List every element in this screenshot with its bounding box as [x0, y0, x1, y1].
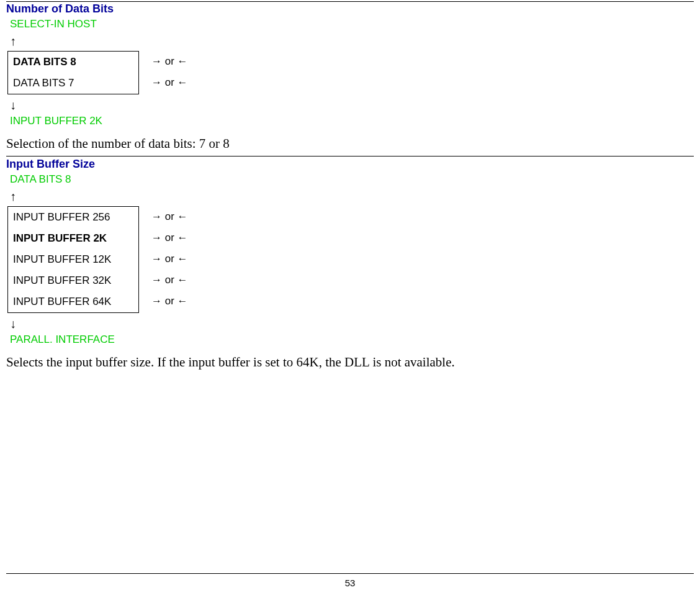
nav-arrows: → or ← — [151, 72, 188, 93]
menu-option: INPUT BUFFER 2K — [8, 228, 138, 249]
menu-option-label: DATA BITS 8 — [8, 56, 76, 68]
prev-menu-label: DATA BITS 8 — [10, 173, 694, 186]
next-menu-label: PARALL. INTERFACE — [10, 334, 694, 346]
menu-options-box: DATA BITS 8 DATA BITS 7 — [7, 51, 139, 94]
page-footer: 53 — [6, 573, 694, 590]
arrow-down-icon: ↓ — [10, 317, 694, 331]
divider — [6, 156, 694, 157]
menu-option: DATA BITS 7 — [8, 73, 138, 94]
divider — [6, 1, 694, 2]
menu-option-label: INPUT BUFFER 2K — [8, 232, 107, 245]
menu-option-label: INPUT BUFFER 256 — [8, 211, 110, 224]
menu-option: INPUT BUFFER 256 — [8, 207, 138, 228]
arrow-down-icon: ↓ — [10, 98, 694, 112]
menu-option-label: INPUT BUFFER 64K — [8, 296, 111, 308]
nav-arrows: → or ← — [151, 248, 188, 270]
body-text: Selection of the number of data bits: 7 … — [6, 136, 694, 152]
menu-block: DATA BITS 8 DATA BITS 7 → or ← → or ← — [7, 51, 694, 94]
nav-arrows: → or ← — [151, 227, 188, 248]
arrow-up-icon: ↑ — [10, 34, 694, 48]
menu-option: INPUT BUFFER 12K — [8, 249, 138, 270]
nav-arrows: → or ← — [151, 291, 188, 312]
menu-option: INPUT BUFFER 64K — [8, 291, 138, 312]
menu-option-label: DATA BITS 7 — [8, 77, 74, 89]
next-menu-label: INPUT BUFFER 2K — [10, 115, 694, 127]
page-number: 53 — [345, 578, 356, 588]
nav-arrows: → or ← — [151, 270, 188, 291]
menu-option-label: INPUT BUFFER 12K — [8, 253, 111, 266]
menu-option: INPUT BUFFER 32K — [8, 270, 138, 291]
menu-options-box: INPUT BUFFER 256 INPUT BUFFER 2K INPUT B… — [7, 206, 139, 313]
nav-arrows-column: → or ← → or ← → or ← → or ← → or ← — [151, 206, 188, 312]
menu-block: INPUT BUFFER 256 INPUT BUFFER 2K INPUT B… — [7, 206, 694, 313]
prev-menu-label: SELECT-IN HOST — [10, 18, 694, 30]
nav-arrows-column: → or ← → or ← — [151, 51, 188, 93]
menu-option-label: INPUT BUFFER 32K — [8, 275, 111, 287]
section-title: Input Buffer Size — [6, 158, 694, 171]
nav-arrows: → or ← — [151, 51, 188, 72]
nav-arrows: → or ← — [151, 206, 188, 227]
body-text: Selects the input buffer size. If the in… — [6, 355, 694, 370]
arrow-up-icon: ↑ — [10, 189, 694, 204]
menu-option: DATA BITS 8 — [8, 52, 138, 73]
section-title: Number of Data Bits — [6, 2, 694, 16]
